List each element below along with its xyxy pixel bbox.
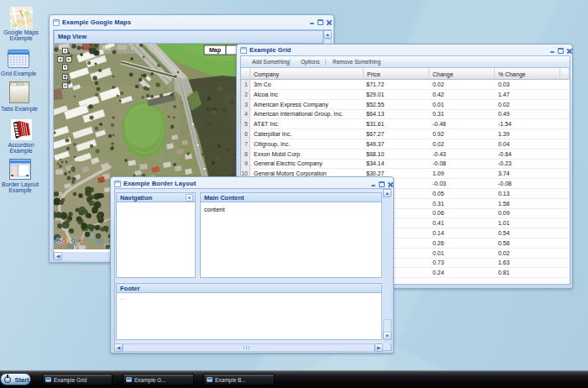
svg-text:e: e — [78, 236, 82, 244]
svg-text:G: G — [56, 236, 62, 244]
svg-text:Map: Map — [209, 47, 221, 54]
